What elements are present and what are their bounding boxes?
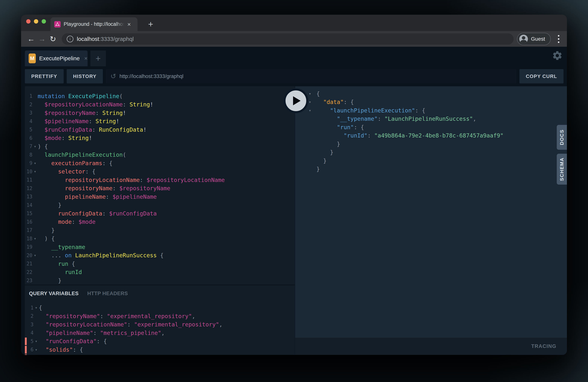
- query-line: 1mutation ExecutePipeline(: [25, 92, 295, 100]
- line-number: 13: [25, 194, 32, 199]
- variables-line: 5▾ "runConfigData": {: [25, 337, 295, 346]
- query-editor[interactable]: 1mutation ExecutePipeline(2 $repositoryL…: [25, 86, 295, 285]
- forward-icon[interactable]: →: [37, 35, 47, 43]
- variables-line: 7▾ "save_metrics": {: [25, 354, 295, 355]
- query-line: 9▾ executionParams: {: [25, 159, 295, 168]
- fold-arrow-icon[interactable]: ▾: [34, 339, 39, 343]
- copy-curl-button[interactable]: COPY CURL: [520, 69, 564, 84]
- editor-column: 1mutation ExecutePipeline(2 $repositoryL…: [25, 86, 295, 355]
- tab-close-icon[interactable]: ×: [127, 21, 131, 27]
- line-number: 12: [25, 186, 32, 191]
- tracing-label: TRACING: [531, 343, 557, 349]
- code-text: "solids": {: [39, 346, 83, 353]
- fold-arrow-icon[interactable]: ▾: [32, 161, 38, 166]
- endpoint-input[interactable]: ↺ http://localhost:3333/graphql: [106, 69, 516, 84]
- new-session-tab-button[interactable]: +: [90, 50, 106, 66]
- code-text: launchPipelineExecution(: [38, 151, 126, 158]
- code-text: }: [316, 141, 340, 147]
- variables-tabs: QUERY VARIABLES HTTP HEADERS: [25, 285, 295, 298]
- fold-arrow-icon[interactable]: ▾: [32, 144, 38, 149]
- tab-query-variables[interactable]: QUERY VARIABLES: [29, 291, 79, 297]
- minimize-window-button[interactable]: [34, 19, 38, 23]
- tab-title-fade: [116, 21, 124, 27]
- query-line: 5 $runConfigData: RunConfigData!: [25, 126, 295, 134]
- playground-toolbar: PRETTIFY HISTORY ↺ http://localhost:3333…: [21, 66, 567, 86]
- browser-tab[interactable]: Playground - http://localhost:3 ×: [50, 17, 138, 31]
- execute-play-button[interactable]: [283, 88, 308, 113]
- query-line: 18▾ ) {: [25, 234, 295, 243]
- tracing-bar[interactable]: TRACING: [295, 338, 567, 355]
- session-tab-title: ExecutePipeline: [39, 55, 80, 62]
- zoom-window-button[interactable]: [42, 19, 46, 23]
- line-number: 21: [25, 261, 32, 267]
- profile-avatar-icon: [519, 35, 528, 43]
- endpoint-reload-icon[interactable]: ↺: [110, 73, 116, 80]
- line-number: 2: [25, 102, 32, 107]
- code-text: "runConfigData": {: [39, 338, 107, 344]
- code-text: "repositoryName": "experimental_reposito…: [39, 313, 195, 319]
- line-number: 11: [25, 177, 32, 183]
- browser-titlebar: Playground - http://localhost:3 × +: [21, 15, 567, 31]
- fold-arrow-icon[interactable]: ▾: [309, 100, 316, 104]
- reload-icon[interactable]: ↻: [47, 35, 58, 43]
- docs-side-tab[interactable]: DOCS: [557, 125, 567, 150]
- browser-menu-icon[interactable]: [555, 35, 562, 43]
- address-bar[interactable]: i localhost:3333/graphql: [62, 33, 514, 45]
- lint-marker: [25, 346, 27, 354]
- code-text: runConfigData: $runConfigData: [38, 210, 157, 217]
- code-text: "pipelineName": "metrics_pipeline",: [39, 330, 165, 336]
- fold-arrow-icon[interactable]: ▾: [34, 347, 39, 352]
- fold-arrow-icon[interactable]: ▾: [32, 169, 38, 174]
- session-tab-executepipeline[interactable]: M ExecutePipeline ×: [25, 50, 87, 66]
- close-window-button[interactable]: [26, 19, 30, 23]
- settings-gear-icon[interactable]: [552, 50, 563, 61]
- query-line: 14 }: [25, 201, 295, 210]
- response-viewer: ▾{▾ "data": {▾ "launchPipelineExecution"…: [295, 86, 567, 338]
- code-text: "__typename": "LaunchPipelineRunSuccess"…: [316, 115, 476, 122]
- variables-panel: QUERY VARIABLES HTTP HEADERS 1▾{2 "repos…: [25, 285, 295, 355]
- line-number: 18: [25, 236, 32, 241]
- code-text: "data": {: [316, 99, 354, 105]
- variables-editor[interactable]: 1▾{2 "repositoryName": "experimental_rep…: [25, 298, 295, 355]
- fold-arrow-icon[interactable]: ▾: [32, 236, 38, 241]
- variables-line: 6▾ "solids": {: [25, 345, 295, 354]
- lint-marker: [25, 338, 27, 345]
- query-line: 4 $pipelineName: String!: [25, 117, 295, 126]
- fold-arrow-icon[interactable]: ▾: [34, 305, 39, 310]
- code-text: }: [38, 202, 62, 208]
- code-text: selector: {: [38, 168, 96, 175]
- variables-line: 4 "pipelineName": "metrics_pipeline",: [25, 329, 295, 337]
- line-number: 3: [25, 110, 32, 116]
- prettify-button[interactable]: PRETTIFY: [25, 69, 64, 84]
- query-line: 6 $mode: String!: [25, 134, 295, 142]
- profile-button[interactable]: Guest: [517, 33, 551, 45]
- line-number: 4: [25, 330, 34, 336]
- new-tab-button[interactable]: +: [145, 18, 157, 30]
- line-number: 2: [25, 313, 34, 319]
- query-line: 15 runConfigData: $runConfigData: [25, 209, 295, 218]
- fold-arrow-icon[interactable]: ▾: [309, 91, 316, 96]
- code-text: $repositoryLocationName: String!: [38, 101, 153, 108]
- session-tab-close-icon[interactable]: ×: [84, 55, 87, 62]
- tab-http-headers[interactable]: HTTP HEADERS: [87, 291, 128, 297]
- response-pane: ▾{▾ "data": {▾ "launchPipelineExecution"…: [295, 86, 567, 355]
- response-line: "runId": "a49b864a-79e2-4be8-b78c-687457…: [295, 131, 567, 140]
- fold-arrow-icon[interactable]: ▾: [32, 253, 38, 258]
- schema-side-tab[interactable]: SCHEMA: [557, 154, 567, 185]
- line-number: 4: [25, 119, 32, 124]
- code-text: executionParams: {: [38, 160, 112, 167]
- history-button[interactable]: HISTORY: [67, 69, 103, 84]
- fold-arrow-icon[interactable]: ▾: [309, 108, 316, 113]
- back-icon[interactable]: ←: [26, 35, 37, 43]
- graphql-playground-favicon-icon: [54, 21, 61, 27]
- graphql-playground: M ExecutePipeline × + PRETTIFY HISTORY ↺…: [21, 47, 567, 355]
- docs-side-tab-label: DOCS: [559, 129, 565, 145]
- line-number: 1: [25, 93, 32, 99]
- variables-line: 3 "repositoryLocationName": "experimenta…: [25, 320, 295, 329]
- query-line: 11 repositoryLocationName: $repositoryLo…: [25, 176, 295, 184]
- query-line: 21 run {: [25, 259, 295, 268]
- site-info-icon[interactable]: i: [67, 36, 73, 42]
- profile-label: Guest: [531, 36, 545, 42]
- code-text: ) {: [38, 143, 48, 150]
- code-text: mode: $mode: [38, 218, 96, 225]
